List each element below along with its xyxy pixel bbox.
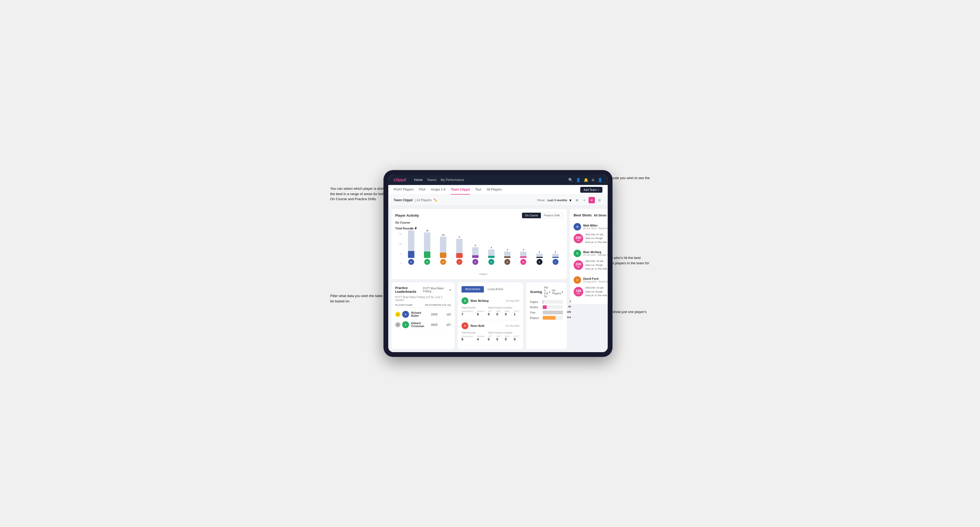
bar-highlight-4	[472, 255, 479, 258]
active-val-gtt-1: 0	[488, 338, 492, 341]
bar-group-9: 2 L	[548, 251, 563, 265]
player-name-2: David Ford	[583, 277, 608, 280]
show-select[interactable]: Last 3 months	[547, 198, 567, 202]
bar-avatar-9: L	[552, 259, 558, 265]
active-stat-putt-1: PUTT 0	[514, 335, 519, 341]
filter-view-icon[interactable]: ⊟	[596, 197, 602, 203]
active-label-tournament-1: Tournament	[461, 335, 473, 338]
scoring-track-2: 499	[543, 311, 563, 314]
sub-nav-tour[interactable]: Tour	[475, 185, 481, 195]
shot-card-2: D David Ford 24 Aug 2023 · Royal North D…	[574, 274, 608, 300]
active-val-practice-0: 6	[477, 313, 485, 316]
lb-score-1: 18/20	[424, 323, 438, 326]
active-label-tournament-0: Tournament	[461, 310, 473, 313]
active-player-card-0: B Blair McHarg 26 Aug 2023 Total Rounds …	[461, 295, 519, 320]
lb-avg-0: 110	[438, 313, 451, 316]
annotation-bottom-left: Filter what data you wish the table to b…	[330, 293, 389, 304]
active-activities-row-0: GTT 0 APP 0 ARG 0 PUTT 1	[488, 310, 519, 316]
scoring-track-0: 3	[543, 300, 563, 304]
active-stat-arg-1: ARG 0	[505, 335, 509, 341]
most-active-tab[interactable]: Most Active	[461, 286, 484, 292]
sub-nav-all-players[interactable]: All Players	[487, 185, 502, 195]
active-activities-row-1: GTT 0 APP 0 ARG 0 PUTT 0	[488, 335, 519, 341]
player-info-1: Blair McHarg 23 Jul 2023 · Aldridge GC, …	[583, 251, 608, 256]
active-rounds-row-1: Tournament 8 Practice 4	[461, 335, 485, 341]
active-label-app-0: APP	[496, 310, 501, 313]
leaderboard-rows: 1 R Richard Butler 19/20 110 2 E Edward …	[395, 309, 451, 330]
active-stat-gtt-0: GTT 0	[488, 310, 492, 316]
bar-8	[536, 254, 543, 258]
player-activity-card: Player Activity On Course Practice Drill…	[391, 209, 567, 279]
scoring-filter[interactable]: Par 3, 4 & 5s▾	[544, 286, 550, 298]
edit-icon[interactable]: ✏️	[434, 198, 438, 202]
scoring-players-filter[interactable]: All Players▾	[552, 289, 563, 295]
bar-6	[504, 252, 511, 258]
scoring-bar-row-1: Birdies 96	[530, 305, 563, 309]
search-icon[interactable]: 🔍	[568, 178, 573, 182]
scoring-value-3: 314	[567, 316, 571, 319]
bar-chart-container: 15 10 5 0 13 B 12 R 10	[395, 233, 563, 275]
grid-view-icon[interactable]: ⊞	[574, 197, 580, 203]
sub-nav-team-clippd[interactable]: Team Clippd	[451, 185, 470, 195]
bar-avatar-4: E	[473, 259, 478, 265]
active-rounds-1: Total Rounds Tournament 8 Practice 4	[461, 332, 485, 341]
active-rounds-row-0: Tournament 7 Practice 6	[461, 310, 485, 316]
bar-0	[408, 230, 414, 258]
lb-name-1: Edward Crossman	[411, 322, 424, 328]
shot-details-1: 200 SG Shot Dist: 43 ydsStart Lie: Rough…	[574, 259, 608, 271]
shot-info-1: Shot Dist: 43 ydsStart Lie: RoughEnd Lie…	[585, 259, 608, 271]
active-val-putt-0: 1	[514, 313, 519, 316]
on-course-label: On Course	[395, 221, 563, 224]
bar-avatar-6: R	[504, 259, 510, 265]
all-shots-filter[interactable]: All Shots	[594, 214, 607, 217]
nav-link-performance[interactable]: My Performance	[441, 178, 464, 182]
list-view-icon[interactable]: ≡	[581, 197, 587, 203]
practice-toggle[interactable]: Practice Drills	[541, 213, 563, 218]
least-active-tab[interactable]: Least Active	[484, 286, 507, 292]
users-icon[interactable]: 👤	[576, 178, 581, 182]
shot-details-0: 200 SG Shot Dist: 67 ydsStart Lie: Rough…	[574, 233, 608, 244]
on-course-toggle[interactable]: On Course	[522, 213, 541, 218]
scoring-value-0: 3	[570, 300, 571, 303]
bar-value-5: 4	[491, 246, 492, 249]
active-activities-1: Total Practice Activities GTT 0 APP 0 AR…	[488, 332, 519, 341]
sub-nav-pgat[interactable]: PGAT Players	[394, 185, 414, 195]
card-view-icon[interactable]: ♥	[589, 197, 595, 203]
y-label-0: 0	[401, 262, 402, 265]
bar-7	[520, 252, 527, 258]
scoring-fill-1	[543, 305, 547, 309]
active-val-app-1: 0	[496, 338, 501, 341]
active-val-tournament-0: 7	[461, 313, 473, 316]
nav-link-teams[interactable]: Teams	[427, 178, 436, 182]
shot-info-2: Shot Dist: 16 ydsStart Lie: RoughEnd Lie…	[585, 286, 608, 297]
bar-avatar-3: J	[457, 259, 462, 265]
chart-x-label: Players	[404, 273, 563, 275]
leaderboard-filter[interactable]: PUTT Must Make Putting ...▾	[423, 287, 451, 293]
left-col: Player Activity On Course Practice Drill…	[391, 209, 567, 349]
nav-links: Home Teams My Performance	[414, 178, 563, 182]
active-val-practice-1: 4	[477, 338, 485, 341]
active-label-gtt-1: GTT	[488, 335, 492, 338]
player-info-0: Matt Miller 09 Jun 2023 · Royal North De…	[583, 224, 608, 230]
active-rounds-title-0: Total Rounds	[461, 306, 485, 309]
bar-value-8: 2	[539, 251, 540, 253]
bar-group-5: 4 O	[484, 246, 499, 265]
badge-label-0: SG	[577, 239, 580, 241]
active-rounds-title-1: Total Rounds	[461, 332, 485, 334]
active-player-name-1: Rees Britt	[471, 324, 504, 327]
bar-2	[440, 237, 446, 258]
player-info-2: David Ford 24 Aug 2023 · Royal North Dev…	[583, 277, 608, 283]
sub-nav-hcaps[interactable]: Hcaps 1-5	[431, 185, 445, 195]
sub-nav-pga[interactable]: PGA	[419, 185, 426, 195]
bar-group-7: 3 M	[516, 249, 531, 265]
add-team-button[interactable]: Add Team +	[580, 187, 602, 193]
active-val-putt-1: 0	[514, 338, 519, 341]
lb-rank-0: 1	[395, 312, 401, 317]
lb-score-0: 19/20	[424, 313, 438, 316]
show-chevron: ▾	[570, 198, 571, 203]
profile-icon[interactable]: 👤	[598, 178, 602, 182]
bell-icon[interactable]: 🔔	[584, 178, 588, 182]
badge-label-2: SG	[577, 292, 580, 294]
nav-link-home[interactable]: Home	[414, 178, 423, 182]
add-icon[interactable]: ⊕	[592, 178, 595, 182]
